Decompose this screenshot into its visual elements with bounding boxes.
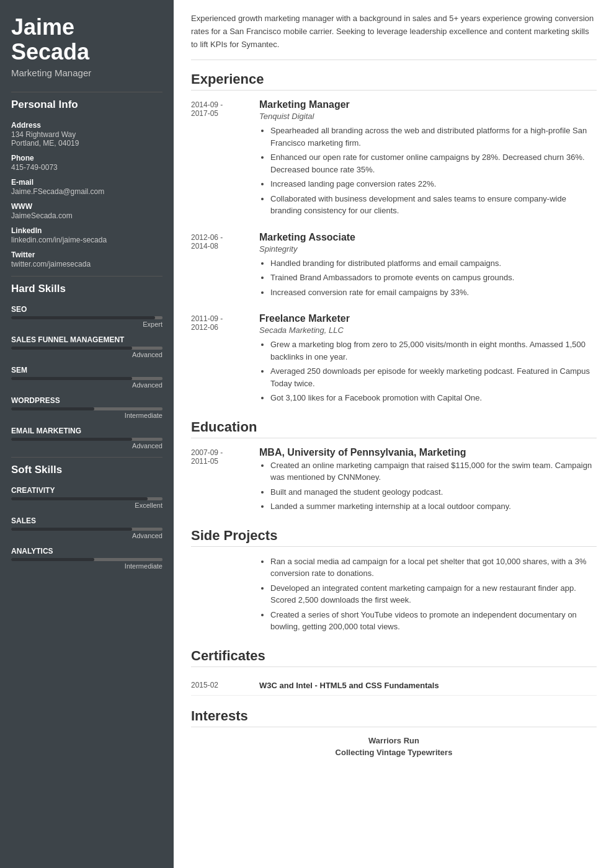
hard-skill-bar-fill bbox=[11, 407, 94, 410]
certificates-heading: Certificates bbox=[191, 648, 597, 667]
www-value: JaimeSecada.com bbox=[11, 211, 162, 220]
hard-skill-bar-bg bbox=[11, 407, 162, 410]
soft-skill-level: Advanced bbox=[11, 532, 162, 539]
exp-bullet: Increased conversion rate for email camp… bbox=[270, 286, 597, 299]
personal-info-list: Address 134 Rightward WayPortland, ME, 0… bbox=[11, 121, 162, 268]
exp-bullet: Grew a marketing blog from zero to 25,00… bbox=[270, 339, 597, 363]
side-project-bullet: Ran a social media ad campaign for a loc… bbox=[270, 556, 597, 580]
experience-section: Experience 2014-09 -2017-05 Marketing Ma… bbox=[191, 71, 597, 407]
summary-text: Experienced growth marketing manager wit… bbox=[191, 12, 597, 60]
cert-date: 2015-02 bbox=[191, 681, 259, 689]
exp-bullet: Averaged 250 downloads per episode for w… bbox=[270, 365, 597, 389]
interests-list: Warriors RunCollecting Vintage Typewrite… bbox=[191, 736, 597, 757]
experience-list: 2014-09 -2017-05 Marketing Manager Tenqu… bbox=[191, 99, 597, 407]
exp-bullets: Spearheaded all branding across the web … bbox=[259, 125, 597, 217]
hard-skill-level: Advanced bbox=[11, 442, 162, 450]
hard-skill-bar-fill bbox=[11, 347, 132, 350]
exp-block: 2012-06 -2014-08 Marketing Associate Spi… bbox=[191, 232, 597, 301]
soft-skill-bar-bg bbox=[11, 558, 162, 561]
phone-label: Phone bbox=[11, 154, 162, 162]
hard-skill-level: Advanced bbox=[11, 381, 162, 389]
exp-bullet: Enhanced our open rate for customer onli… bbox=[270, 151, 597, 175]
exp-date: 2012-06 -2014-08 bbox=[191, 232, 259, 301]
exp-bullet: Collaborated with business development a… bbox=[270, 193, 597, 217]
education-heading: Education bbox=[191, 419, 597, 438]
hard-skill-name: SEM bbox=[11, 366, 162, 374]
education-list: 2007-09 -2011-05 MBA, University of Penn… bbox=[191, 447, 597, 515]
name-line2: Secada bbox=[11, 39, 89, 64]
address-label: Address bbox=[11, 121, 162, 130]
soft-skills-list: CREATIVITY Excellent SALES Advanced ANAL… bbox=[11, 486, 162, 570]
sidebar: Jaime Secada Marketing Manager Personal … bbox=[0, 0, 174, 868]
exp-bullet: Spearheaded all branding across the web … bbox=[270, 125, 597, 149]
www-label: WWW bbox=[11, 202, 162, 211]
certificate-row: 2015-02 W3C and Intel - HTML5 and CSS Fu… bbox=[191, 676, 597, 696]
exp-block: 2014-09 -2017-05 Marketing Manager Tenqu… bbox=[191, 99, 597, 219]
exp-title: Marketing Manager bbox=[259, 99, 597, 110]
exp-bullet: Handled branding for distributed platfor… bbox=[270, 257, 597, 270]
personal-info-heading: Personal Info bbox=[11, 99, 162, 113]
soft-skill-bar-fill bbox=[11, 497, 148, 500]
side-project-bullet: Developed an integrated content marketin… bbox=[270, 582, 597, 606]
exp-title: Marketing Associate bbox=[259, 232, 597, 243]
side-projects-bullets: Ran a social media ad campaign for a loc… bbox=[259, 556, 597, 636]
exp-content: Marketing Manager Tenquist Digital Spear… bbox=[259, 99, 597, 219]
exp-bullets: Handled branding for distributed platfor… bbox=[259, 257, 597, 299]
hard-skill-bar-fill bbox=[11, 438, 132, 441]
hard-skill-bar-bg bbox=[11, 316, 162, 319]
side-projects-date bbox=[191, 556, 259, 636]
soft-skill-bar-bg bbox=[11, 528, 162, 531]
hard-skill-bar-bg bbox=[11, 377, 162, 380]
edu-title: MBA, University of Pennsylvania, Marketi… bbox=[259, 447, 597, 458]
side-project-bullet: Created a series of short YouTube videos… bbox=[270, 609, 597, 633]
exp-company: Secada Marketing, LLC bbox=[259, 326, 597, 335]
interests-section: Interests Warriors RunCollecting Vintage… bbox=[191, 708, 597, 757]
soft-skill-name: SALES bbox=[11, 516, 162, 525]
soft-skill-level: Intermediate bbox=[11, 562, 162, 570]
hard-skills-list: SEO Expert SALES FUNNEL MANAGEMENT Advan… bbox=[11, 305, 162, 450]
soft-skills-heading: Soft Skills bbox=[11, 464, 162, 479]
hard-skills-heading: Hard Skills bbox=[11, 283, 162, 298]
twitter-value: twitter.com/jaimesecada bbox=[11, 260, 162, 268]
side-projects-block: Ran a social media ad campaign for a loc… bbox=[191, 556, 597, 636]
exp-company: Tenquist Digital bbox=[259, 112, 597, 121]
exp-block: 2011-09 -2012-06 Freelance Marketer Seca… bbox=[191, 313, 597, 407]
hard-skill-level: Advanced bbox=[11, 351, 162, 358]
exp-content: Marketing Associate Spintegrity Handled … bbox=[259, 232, 597, 301]
edu-bullet: Landed a summer marketing internship at … bbox=[270, 500, 597, 513]
address-value: 134 Rightward WayPortland, ME, 04019 bbox=[11, 130, 162, 148]
candidate-name: Jaime Secada bbox=[11, 15, 162, 64]
email-label: E-mail bbox=[11, 178, 162, 187]
hard-skill-level: Expert bbox=[11, 321, 162, 328]
soft-skill-level: Excellent bbox=[11, 502, 162, 509]
exp-bullets: Grew a marketing blog from zero to 25,00… bbox=[259, 339, 597, 404]
edu-content: MBA, University of Pennsylvania, Marketi… bbox=[259, 447, 597, 515]
exp-content: Freelance Marketer Secada Marketing, LLC… bbox=[259, 313, 597, 407]
hard-skill-bar-bg bbox=[11, 347, 162, 350]
soft-skill-bar-bg bbox=[11, 497, 162, 500]
edu-bullet: Built and managed the student geology po… bbox=[270, 486, 597, 498]
exp-company: Spintegrity bbox=[259, 244, 597, 254]
hard-skill-bar-fill bbox=[11, 377, 132, 380]
edu-block: 2007-09 -2011-05 MBA, University of Penn… bbox=[191, 447, 597, 515]
exp-bullet: Trained Brand Ambassadors to promote eve… bbox=[270, 272, 597, 284]
email-value: Jaime.FSecada@gmail.com bbox=[11, 187, 162, 196]
divider-personal bbox=[11, 92, 162, 92]
soft-skill-bar-fill bbox=[11, 558, 94, 561]
edu-bullets: Created an online marketing campaign tha… bbox=[259, 459, 597, 513]
hard-skill-name: EMAIL MARKETING bbox=[11, 427, 162, 435]
hard-skill-name: SALES FUNNEL MANAGEMENT bbox=[11, 335, 162, 344]
exp-bullet: Increased landing page conversion rates … bbox=[270, 178, 597, 190]
divider-hard-skills bbox=[11, 276, 162, 277]
soft-skill-name: ANALYTICS bbox=[11, 547, 162, 556]
main-content: Experienced growth marketing manager wit… bbox=[174, 0, 614, 868]
interest-item: Collecting Vintage Typewriters bbox=[191, 748, 597, 757]
linkedin-value: linkedin.com/in/jaime-secada bbox=[11, 236, 162, 244]
twitter-label: Twitter bbox=[11, 250, 162, 259]
phone-value: 415-749-0073 bbox=[11, 163, 162, 172]
candidate-title: Marketing Manager bbox=[11, 68, 162, 78]
side-projects-section: Side Projects Ran a social media ad camp… bbox=[191, 528, 597, 636]
exp-date: 2011-09 -2012-06 bbox=[191, 313, 259, 407]
hard-skill-name: WORDPRESS bbox=[11, 396, 162, 405]
hard-skill-bar-fill bbox=[11, 316, 155, 319]
